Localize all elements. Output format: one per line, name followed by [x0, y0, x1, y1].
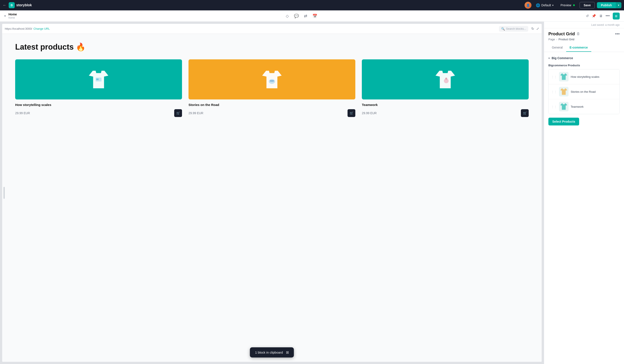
tab-general[interactable]: General [548, 44, 566, 52]
panel-title: Product Grid [548, 31, 575, 36]
nav-logo-icon: B [9, 2, 15, 8]
toolbar-home-sub: home [8, 16, 17, 19]
products-grid: How storytelling scales 29.99 EUR 🛒 [15, 59, 529, 117]
drag-handle-icon[interactable]: ⋮⋮ [551, 75, 557, 78]
add-to-cart-1[interactable]: 🛒 [174, 109, 182, 117]
product-card: Stories on the Road 29.99 EUR 🛒 [188, 59, 355, 117]
add-to-cart-2[interactable]: 🛒 [348, 109, 355, 117]
svg-marker-10 [560, 89, 567, 95]
nav-env-caret-icon: ▾ [552, 4, 554, 7]
preview-url: https://localhost:3000/ [5, 27, 32, 30]
globe-icon: 🌐 [536, 3, 540, 7]
list-item: ⋮⋮ Teamwork [549, 99, 620, 114]
preview-search-placeholder: Search blocks... [506, 27, 526, 30]
tab-ecommerce[interactable]: E-commerce [566, 44, 591, 52]
product-list-name-3: Teamwork [571, 105, 583, 108]
panel-breadcrumb-current: Product Grid [559, 38, 574, 41]
toolbar-panel-toggle[interactable]: ⊞ [613, 13, 620, 20]
toolbar-icon-compare[interactable]: ⇄ [304, 14, 307, 18]
product-thumb-3 [559, 102, 569, 111]
toolbar-desktop-icon[interactable]: 🖥 [599, 14, 602, 18]
list-item: ⋮⋮ How storytelling scales [549, 69, 620, 84]
products-label: Bigcommerce Products [548, 64, 620, 67]
nav-avatar[interactable]: 👤 [524, 2, 531, 9]
section-collapse-icon[interactable]: ▾ [548, 56, 550, 60]
product-name-1: How storytelling scales [15, 103, 182, 106]
right-panel: Last saved: a month ago Product Grid 🗓 •… [544, 22, 624, 364]
clipboard-bar: 1 block in clipboard ⊠ [250, 347, 294, 358]
preview-topbar: https://localhost:3000/ Change URL 🔍 Sea… [2, 24, 542, 34]
panel-saved: Last saved: a month ago [544, 22, 624, 28]
product-name-3: Teamwork [362, 103, 529, 106]
product-image-3 [362, 59, 529, 100]
drag-handle-icon[interactable]: ⋮⋮ [551, 105, 557, 108]
svg-marker-11 [560, 104, 567, 110]
nav-env-label: Default [542, 3, 551, 7]
section-header: ▾ Big Commerce [548, 56, 620, 60]
panel-breadcrumb: Page › Product Grid [544, 37, 624, 44]
tshirt-icon-1 [89, 70, 108, 89]
preview-search[interactable]: 🔍 Search blocks... [499, 26, 528, 32]
scroll-indicator [3, 187, 5, 199]
change-url-link[interactable]: Change URL [33, 27, 50, 30]
publish-button[interactable]: Publish [597, 2, 616, 8]
preview-refresh-icon[interactable]: ↻ [531, 27, 534, 31]
product-list-name-1: How storytelling scales [571, 75, 599, 78]
select-products-button[interactable]: Select Products [548, 118, 579, 126]
drag-handle-icon[interactable]: ⋮⋮ [551, 90, 557, 93]
nav-environment[interactable]: 🌐 Default ▾ [534, 2, 556, 8]
list-item: ⋮⋮ Stories on the Road [549, 84, 620, 99]
nav-preview-dot [573, 4, 575, 6]
svg-rect-5 [270, 80, 274, 81]
product-price-2: 29.99 EUR [188, 111, 203, 115]
svg-rect-2 [96, 78, 99, 80]
nav-back-icon[interactable]: ← [2, 3, 6, 8]
toolbar-icon-comment[interactable]: 💬 [294, 14, 299, 18]
save-button[interactable]: Save [580, 2, 595, 8]
panel-title-row: Product Grid 🗓 ••• [544, 28, 624, 37]
top-nav: ← B storyblok 👤 🌐 Default ▾ Preview Save… [0, 0, 624, 10]
toolbar-icon-diamond[interactable]: ◇ [286, 14, 289, 18]
nav-logo: B storyblok [9, 2, 32, 8]
add-to-cart-3[interactable]: 🛒 [521, 109, 529, 117]
tshirt-icon-2 [262, 70, 282, 89]
product-list-name-2: Stories on the Road [571, 90, 596, 93]
toolbar-pin-icon[interactable]: 📌 [592, 14, 596, 18]
clipboard-close-icon[interactable]: ⊠ [286, 350, 289, 355]
panel-breadcrumb-sep-icon: › [556, 38, 557, 41]
toolbar-icon-calendar[interactable]: 📅 [312, 14, 317, 18]
publish-group: Publish ▾ [597, 2, 622, 8]
products-title: Latest products 🔥 [15, 43, 529, 52]
product-image-2 [188, 59, 355, 100]
toolbar-chevron-icon[interactable]: ▾ [4, 14, 6, 18]
publish-caret-button[interactable]: ▾ [616, 2, 622, 8]
search-icon: 🔍 [501, 27, 505, 30]
panel-breadcrumb-page: Page [548, 38, 555, 41]
product-card: How storytelling scales 29.99 EUR 🛒 [15, 59, 182, 117]
toolbar-history-icon[interactable]: ↺ [586, 14, 589, 18]
panel-body: ▾ Big Commerce Bigcommerce Products ⋮⋮ H… [544, 52, 624, 364]
product-price-3: 29.99 EUR [362, 111, 377, 115]
toolbar-breadcrumb: Home home [8, 13, 17, 19]
preview-expand-icon[interactable]: ⤢ [536, 27, 539, 31]
toolbar-more-icon[interactable]: ••• [606, 14, 610, 18]
toolbar-home-label: Home [8, 13, 17, 16]
product-image-1 [15, 59, 182, 100]
nav-preview-label: Preview [561, 3, 571, 7]
preview-inner: https://localhost:3000/ Change URL 🔍 Sea… [2, 24, 542, 362]
panel-tabs: General E-commerce [544, 44, 624, 52]
svg-point-8 [445, 78, 447, 79]
main-layout: https://localhost:3000/ Change URL 🔍 Sea… [0, 22, 624, 364]
product-list: ⋮⋮ How storytelling scales ⋮⋮ [548, 69, 620, 114]
preview-area: https://localhost:3000/ Change URL 🔍 Sea… [0, 22, 544, 364]
panel-title-more-icon[interactable]: ••• [615, 31, 620, 36]
product-price-1: 29.99 EUR [15, 111, 30, 115]
tshirt-icon-3 [436, 70, 455, 89]
svg-marker-9 [560, 74, 567, 80]
nav-preview[interactable]: Preview [558, 2, 577, 8]
product-thumb-2 [559, 87, 569, 96]
panel-title-calendar-icon[interactable]: 🗓 [576, 32, 580, 36]
toolbar: ▾ Home home ◇ 💬 ⇄ 📅 ↺ 📌 🖥 ••• ⊞ [0, 10, 624, 22]
nav-logo-text: storyblok [16, 3, 32, 7]
product-name-2: Stories on the Road [188, 103, 355, 106]
